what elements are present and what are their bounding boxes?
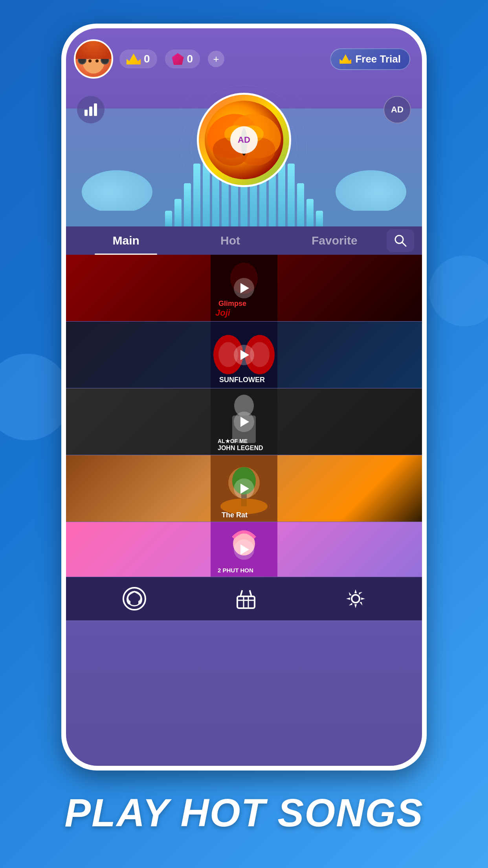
svg-rect-44 bbox=[237, 596, 255, 608]
svg-text:AL★OF ME: AL★OF ME bbox=[218, 438, 248, 444]
album-label: AD bbox=[230, 126, 258, 154]
add-currency-button[interactable]: + bbox=[208, 51, 224, 67]
phone-frame: 0 0 + Free Trial bbox=[61, 24, 427, 771]
stats-button[interactable] bbox=[77, 96, 105, 123]
currency-group: 0 0 + bbox=[119, 50, 324, 68]
viz-bar bbox=[184, 183, 191, 226]
svg-rect-6 bbox=[84, 110, 88, 116]
song-thumbnail: 2 PHUT HON bbox=[66, 522, 422, 577]
phone-inner: 0 0 + Free Trial bbox=[66, 28, 422, 766]
viz-bar bbox=[316, 211, 323, 226]
play-triangle-icon bbox=[240, 350, 249, 360]
song-list: Joji Glimpse Glimpse Of Us Joji Easy bbox=[66, 255, 422, 577]
svg-point-48 bbox=[352, 595, 360, 603]
play-overlay bbox=[234, 412, 254, 432]
search-button[interactable] bbox=[387, 229, 414, 252]
avatar-face bbox=[76, 41, 111, 77]
svg-rect-8 bbox=[94, 103, 97, 116]
tab-bar: Main Hot Favorite bbox=[66, 226, 422, 255]
play-triangle-icon bbox=[240, 484, 249, 494]
viz-bar bbox=[288, 164, 295, 226]
bg-circle-right bbox=[429, 256, 488, 326]
play-overlay bbox=[234, 539, 254, 560]
song-item[interactable]: JOHN LEGEND AL★OF ME All of Me John Lege… bbox=[66, 388, 422, 455]
song-item[interactable]: The Rat Hot Unity The Fat Rat Hard bbox=[66, 455, 422, 522]
bottom-nav bbox=[66, 577, 422, 620]
gold-value: 0 bbox=[144, 53, 150, 65]
viz-bar bbox=[306, 199, 314, 226]
song-item[interactable]: Joji Glimpse Glimpse Of Us Joji Easy bbox=[66, 255, 422, 322]
song-item[interactable]: 2 PHUT HON Hot 2 Phut Hon Phao bbox=[66, 522, 422, 577]
gem-value: 0 bbox=[187, 53, 193, 65]
music-nav-button[interactable] bbox=[121, 587, 148, 611]
svg-point-3 bbox=[101, 56, 109, 64]
store-nav-button[interactable] bbox=[234, 587, 258, 611]
svg-text:Glimpse: Glimpse bbox=[218, 300, 246, 307]
avatar[interactable] bbox=[74, 39, 113, 79]
album-art[interactable]: AD bbox=[197, 93, 291, 187]
ad-label: AD bbox=[391, 105, 404, 115]
top-bar: 0 0 + Free Trial bbox=[66, 28, 422, 85]
free-trial-button[interactable]: Free Trial bbox=[330, 48, 410, 70]
svg-text:2 PHUT HON: 2 PHUT HON bbox=[218, 567, 253, 574]
viz-bar bbox=[297, 183, 304, 226]
bottom-title: PLAY HOT SONGS bbox=[64, 790, 423, 835]
free-trial-label: Free Trial bbox=[355, 53, 401, 65]
svg-point-5 bbox=[95, 59, 99, 63]
gem-currency[interactable]: 0 bbox=[165, 50, 200, 68]
play-triangle-icon bbox=[240, 544, 249, 555]
song-item[interactable]: SUNFLOWER Sunflower Post Malone Normal bbox=[66, 322, 422, 388]
svg-line-17 bbox=[402, 242, 406, 246]
viz-bar bbox=[174, 199, 182, 226]
gold-currency[interactable]: 0 bbox=[119, 50, 157, 68]
play-triangle-icon bbox=[240, 417, 249, 427]
settings-nav-button[interactable] bbox=[344, 587, 367, 611]
free-trial-crown-icon bbox=[339, 54, 351, 64]
song-thumbnail: The Rat bbox=[66, 455, 422, 522]
svg-rect-7 bbox=[89, 107, 92, 116]
tab-main[interactable]: Main bbox=[74, 226, 178, 255]
visualizer-area: AD bbox=[66, 85, 422, 226]
svg-point-2 bbox=[78, 56, 86, 64]
svg-text:Joji: Joji bbox=[215, 308, 231, 318]
bg-circle-left bbox=[0, 354, 71, 440]
ad-badge[interactable]: AD bbox=[383, 96, 411, 123]
svg-point-4 bbox=[88, 59, 92, 63]
song-thumbnail: JOHN LEGEND AL★OF ME bbox=[66, 388, 422, 455]
viz-bar bbox=[193, 164, 200, 226]
song-thumbnail: SUNFLOWER bbox=[66, 322, 422, 388]
gem-icon bbox=[172, 53, 184, 65]
play-overlay bbox=[234, 345, 254, 365]
play-overlay bbox=[234, 478, 254, 499]
song-thumbnail: Joji Glimpse bbox=[66, 255, 422, 321]
svg-text:The Rat: The Rat bbox=[222, 511, 248, 519]
play-triangle-icon bbox=[240, 283, 249, 293]
tab-hot[interactable]: Hot bbox=[178, 226, 282, 255]
svg-text:SUNFLOWER: SUNFLOWER bbox=[219, 376, 265, 384]
crown-icon bbox=[127, 53, 141, 64]
play-overlay bbox=[234, 278, 254, 298]
viz-bar bbox=[165, 211, 172, 226]
svg-text:JOHN LEGEND: JOHN LEGEND bbox=[218, 445, 263, 451]
tab-favorite[interactable]: Favorite bbox=[283, 226, 387, 255]
